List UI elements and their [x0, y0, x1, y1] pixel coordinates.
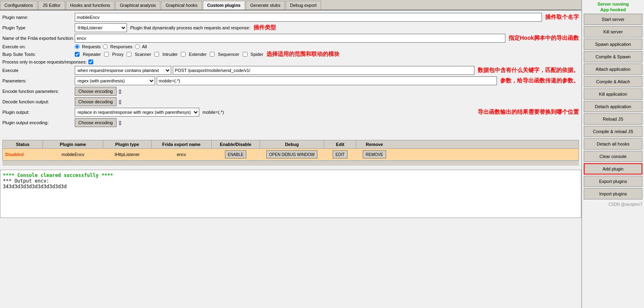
plugin-encoding-row: Plugin output encoding: Choose encoding … [2, 118, 579, 127]
td-status: Disabled [3, 149, 43, 160]
encode-func-row: Encode function parameters: Choose encod… [2, 87, 579, 96]
export-plugins-btn[interactable]: Export plugins [584, 176, 642, 187]
start-server-btn[interactable]: Start server [584, 14, 642, 25]
execute-requests-radio[interactable] [75, 44, 80, 49]
decode-func-btn[interactable]: Choose decoding [75, 97, 117, 106]
in-scope-label: Process only in-scope requests/responses… [2, 60, 87, 64]
params-value-input[interactable] [157, 76, 497, 85]
plugin-name-row: Plugin name: 插件取个名字 [2, 13, 579, 22]
plugin-type-annotation: 插件类型 [254, 24, 276, 31]
plugin-type-select[interactable]: IHttpListener [75, 23, 127, 32]
tab-graphical-analysis[interactable]: Graphical analysis [115, 1, 160, 10]
encode-func-btn[interactable]: Choose encoding [75, 87, 117, 96]
plugin-encoding-btn[interactable]: Choose encoding [75, 118, 117, 127]
execute-condition-select[interactable]: when request/response contains plaintext [75, 66, 171, 75]
burp-sequencer-label: Sequencer [218, 52, 239, 57]
burp-intruder-label: Intruder [162, 52, 178, 57]
console-area: **** Console cleared successfully **** *… [0, 170, 581, 218]
tab-js-editor[interactable]: JS Editor [38, 1, 65, 10]
burp-sequencer-check[interactable] [210, 52, 215, 57]
app-hooked-status: App hooked [584, 7, 642, 12]
debug-btn[interactable]: OPEN DEBUG WINDOW [266, 150, 317, 158]
detach-all-hooks-btn[interactable]: Detach all hooks [584, 138, 642, 150]
plugin-name-annotation: 插件取个名字 [545, 14, 579, 21]
frida-func-label: Name of the Frida exported function: [2, 36, 75, 41]
import-plugins-btn[interactable]: Import plugins [584, 188, 642, 199]
burp-tools-checkboxes: Repeater Proxy Scanner Intruder Extender… [75, 52, 263, 57]
kill-application-btn[interactable]: Kill application [584, 88, 642, 100]
execute-requests-label: Requests [82, 44, 100, 49]
attach-application-btn[interactable]: Attach application [584, 64, 642, 75]
watermark: CSDN @sectphm7 [584, 202, 642, 207]
tab-bar: Configurations JS Editor Hooks and funct… [0, 0, 581, 10]
frida-func-input[interactable] [75, 34, 505, 43]
plugin-output-select[interactable]: replace in request/response with regex (… [75, 108, 199, 117]
execute-value-input[interactable] [173, 66, 474, 75]
encode-func-label: Encode function parameters: [2, 89, 75, 94]
console-line5: 343d3d3d3d3d3d3d3d3d3d [3, 184, 579, 189]
kill-server-btn[interactable]: Kill server [584, 26, 642, 37]
decode-func-label: Decode function output: [2, 99, 75, 104]
tab-hooks-functions[interactable]: Hooks and functions [66, 1, 115, 10]
tab-custom-plugins[interactable]: Custom plugins [203, 1, 245, 10]
burp-scanner-check[interactable] [127, 52, 131, 57]
table-header: Status Plugin name Plugin type Frida exp… [3, 140, 579, 149]
execute-row: Execute when request/response contains p… [2, 66, 579, 75]
execute-all-radio[interactable] [135, 44, 140, 49]
encode-func-value: [] [119, 89, 121, 94]
clear-console-btn[interactable]: Clear console [584, 151, 642, 162]
th-remove: Remove [356, 140, 393, 148]
tab-debug-export[interactable]: Debug export [286, 1, 321, 10]
burp-repeater-label: Repeater [83, 52, 101, 57]
console-line3: *** Output encv: [3, 178, 579, 184]
burp-repeater-check[interactable] [75, 52, 80, 57]
params-label: Parameters: [2, 78, 75, 83]
burp-proxy-check[interactable] [104, 52, 109, 57]
tab-graphical-hooks[interactable]: Graphical hooks [161, 1, 202, 10]
plugin-type-desc: Plugin that dynamically process each req… [130, 25, 250, 30]
burp-annotation: 选择适用的范围和联动的模块 [266, 51, 339, 58]
edit-btn[interactable]: EDIT [333, 150, 348, 158]
right-panel: Server running App hooked Start server K… [582, 0, 644, 308]
compile-attach-btn[interactable]: Compile & Attach [584, 76, 642, 87]
spawn-application-btn[interactable]: Spawn application [584, 39, 642, 50]
params-condition-select[interactable]: regex (with parenthesis) [75, 76, 155, 85]
burp-tools-label: Burp Suite Tools: [2, 52, 75, 57]
remove-btn[interactable]: REMOVE [363, 150, 386, 158]
compile-reload-js-btn[interactable]: Compile & reload JS [584, 126, 642, 137]
tab-generate-stubs[interactable]: Generate stubs [246, 1, 285, 10]
th-plugin-name: Plugin name [43, 140, 103, 148]
burp-extender-check[interactable] [181, 52, 186, 57]
enable-btn[interactable]: ENABLE [225, 150, 246, 158]
execute-all-label: All [142, 44, 147, 49]
burp-spider-label: Spider [251, 52, 264, 57]
th-edit: Edit [324, 140, 356, 148]
td-plugin-name: mobileEncv [43, 149, 103, 160]
plugin-name-input[interactable] [75, 13, 542, 22]
th-frida-export: Frida export name [151, 140, 212, 148]
reload-js-btn[interactable]: Reload JS [584, 113, 642, 125]
td-enable-disable: ENABLE [212, 149, 260, 160]
params-annotation: 参数，给导出函数传递的参数。 [500, 77, 579, 84]
plugin-output-label: Plugin output: [2, 110, 75, 115]
plugin-type-row: Plugin Type IHttpListener Plugin that dy… [2, 23, 579, 32]
th-debug: Debug [260, 140, 324, 148]
add-plugin-btn[interactable]: Add plugin [584, 163, 642, 175]
decode-func-value: [] [119, 99, 121, 104]
plugin-output-value: mobile=(.*) [202, 110, 224, 115]
td-frida-export: encv [151, 149, 212, 160]
detach-application-btn[interactable]: Detach application [584, 101, 642, 112]
execute-on-radios: Requests Responses All [75, 44, 147, 49]
frida-func-annotation: 指定Hook脚本中的导出函数 [509, 35, 579, 42]
burp-spider-check[interactable] [243, 52, 247, 57]
compile-spawn-btn[interactable]: Compile & Spawn [584, 51, 642, 62]
in-scope-checkbox[interactable] [88, 60, 93, 64]
execute-annotation: 数据包中含有什么关键字，匹配的依据。 [478, 67, 579, 74]
execute-responses-radio[interactable] [103, 44, 108, 49]
burp-intruder-check[interactable] [154, 52, 159, 57]
burp-proxy-label: Proxy [112, 52, 123, 57]
burp-tools-row: Burp Suite Tools: Repeater Proxy Scanner… [2, 51, 579, 58]
tab-configurations[interactable]: Configurations [0, 1, 37, 10]
scrollbar[interactable] [2, 161, 579, 166]
params-row: Parameters: regex (with parenthesis) 参数，… [2, 76, 579, 85]
